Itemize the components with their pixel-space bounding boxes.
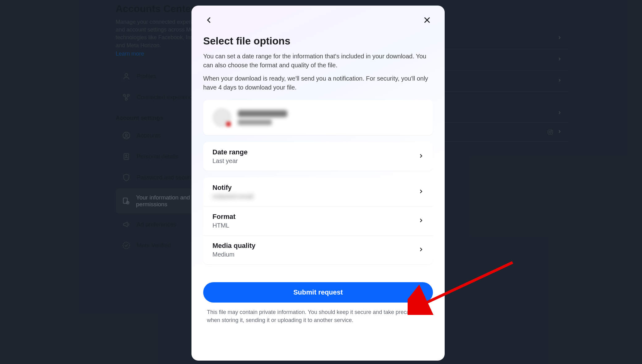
modal-title: Select file options bbox=[203, 35, 433, 47]
notify-value-redacted: redacted-email bbox=[212, 193, 253, 200]
chevron-right-icon bbox=[418, 153, 424, 160]
modal-description-2: When your download is ready, we'll send … bbox=[203, 74, 433, 92]
account-card bbox=[203, 100, 433, 135]
notify-label: Notify bbox=[212, 184, 253, 192]
disclaimer-text: This file may contain private informatio… bbox=[203, 308, 433, 324]
account-platform-redacted bbox=[238, 119, 272, 125]
account-name-redacted bbox=[238, 110, 287, 117]
submit-request-button[interactable]: Submit request bbox=[203, 282, 433, 303]
select-file-options-modal: Select file options You can set a date r… bbox=[191, 6, 445, 361]
date-range-label: Date range bbox=[212, 148, 248, 156]
media-quality-label: Media quality bbox=[212, 242, 255, 250]
avatar bbox=[212, 108, 232, 127]
notify-option[interactable]: Notify redacted-email bbox=[203, 178, 433, 206]
modal-description-1: You can set a date range for the informa… bbox=[203, 52, 433, 70]
format-label: Format bbox=[212, 213, 236, 221]
media-quality-option[interactable]: Media quality Medium bbox=[203, 235, 433, 264]
back-button[interactable] bbox=[203, 14, 215, 26]
close-button[interactable] bbox=[421, 14, 433, 26]
chevron-right-icon bbox=[418, 247, 424, 253]
date-range-value: Last year bbox=[212, 157, 248, 165]
media-quality-value: Medium bbox=[212, 251, 255, 258]
date-range-option[interactable]: Date range Last year bbox=[203, 142, 433, 171]
chevron-right-icon bbox=[418, 189, 424, 195]
format-value: HTML bbox=[212, 222, 236, 229]
date-range-card: Date range Last year bbox=[203, 142, 433, 171]
options-card: Notify redacted-email Format HTML Media … bbox=[203, 178, 433, 264]
chevron-right-icon bbox=[418, 218, 424, 224]
format-option[interactable]: Format HTML bbox=[203, 206, 433, 235]
